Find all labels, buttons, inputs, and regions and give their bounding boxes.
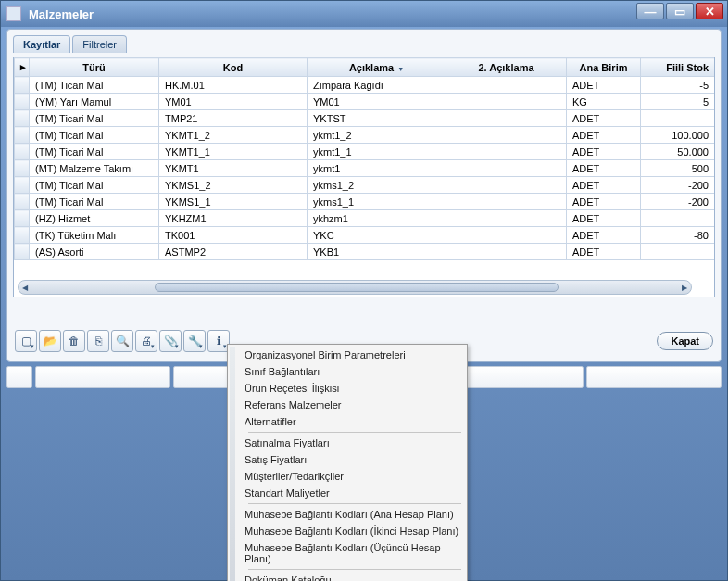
- cell-anabirim: ADET: [567, 244, 641, 260]
- delete-button[interactable]: 🗑: [63, 330, 85, 352]
- cell-kod: YKMS1_2: [159, 177, 308, 194]
- menu-item[interactable]: Müşteriler/Tedarikçiler: [239, 468, 465, 485]
- cell-anabirim: ADET: [567, 160, 641, 177]
- table-row[interactable]: (TM) Ticari MalTMP21YKTSTADET: [15, 110, 715, 127]
- open-button[interactable]: 📂: [39, 330, 61, 352]
- menu-item[interactable]: Ürün Reçetesi İlişkisi: [239, 380, 465, 397]
- table-row[interactable]: (TK) Tüketim MalıTK001YKCADET-80: [15, 227, 715, 244]
- tab-records[interactable]: Kayıtlar: [13, 35, 70, 53]
- table-row[interactable]: (TM) Ticari MalYKMS1_1ykms1_1ADET-200: [15, 194, 715, 210]
- info-icon: ℹ: [217, 335, 221, 347]
- menu-item[interactable]: Muhasebe Bağlantı Kodları (Üçüncü Hesap …: [239, 539, 465, 567]
- menu-item[interactable]: Muhasebe Bağlantı Kodları (İkinci Hesap …: [239, 523, 465, 539]
- row-header[interactable]: [15, 160, 30, 177]
- row-header[interactable]: [15, 227, 30, 244]
- col-aciklama[interactable]: Açıklama▼: [308, 58, 446, 77]
- cell-aciklama2: [446, 194, 567, 210]
- table-row[interactable]: (TM) Ticari MalYKMT1_1ykmt1_1ADET50.000: [15, 144, 715, 160]
- table-row[interactable]: (YM) Yarı MamulYM01YM01KG5: [15, 94, 715, 110]
- cell-aciklama2: [446, 110, 567, 127]
- menu-item[interactable]: Standart Maliyetler: [239, 485, 465, 501]
- table-row[interactable]: (AS) AsortiASTMP2YKB1ADET: [15, 244, 715, 260]
- print-icon: 🖨: [141, 335, 152, 347]
- table-row[interactable]: (TM) Ticari MalYKMT1_2ykmt1_2ADET100.000: [15, 127, 715, 144]
- row-header[interactable]: [15, 127, 30, 144]
- cell-aciklama: ykmt1: [308, 160, 446, 177]
- copy-icon: ⎘: [95, 335, 102, 347]
- status-cell-2: [35, 366, 170, 388]
- menu-separator: [248, 432, 461, 433]
- cell-kod: TK001: [159, 227, 308, 244]
- cell-turu: (HZ) Hizmet: [30, 210, 159, 227]
- menu-item[interactable]: Muhasebe Bağlantı Kodları (Ana Hesap Pla…: [239, 506, 465, 523]
- cell-anabirim: ADET: [567, 144, 641, 160]
- row-header[interactable]: [15, 210, 30, 227]
- menu-gutter: [230, 347, 235, 581]
- col-kod[interactable]: Kod: [159, 58, 308, 77]
- cell-turu: (AS) Asorti: [30, 244, 159, 260]
- cell-aciklama: YKC: [308, 227, 446, 244]
- app-icon: [6, 6, 21, 21]
- new-icon: ▢: [21, 335, 31, 347]
- tab-filters[interactable]: Filtreler: [72, 35, 127, 53]
- col-turu[interactable]: Türü: [30, 58, 159, 77]
- row-header[interactable]: [15, 244, 30, 260]
- tools-button[interactable]: 🔧: [183, 330, 206, 352]
- cell-aciklama: YKB1: [308, 244, 446, 260]
- table-row[interactable]: (MT) Malzeme TakımıYKMT1ykmt1ADET500: [15, 160, 715, 177]
- col-fiilistok[interactable]: Fiili Stok: [641, 58, 715, 77]
- cell-aciklama: ykmt1_1: [308, 144, 446, 160]
- menu-item[interactable]: Satış Fiyatları: [239, 451, 465, 468]
- cell-aciklama: Zımpara Kağıdı: [308, 77, 446, 94]
- table-row[interactable]: (TM) Ticari MalHK.M.01Zımpara KağıdıADET…: [15, 77, 715, 94]
- menu-item[interactable]: Doküman Kataloğu: [239, 572, 465, 581]
- scroll-left-icon[interactable]: ◀: [19, 281, 31, 294]
- cell-aciklama2: [446, 94, 567, 110]
- row-header[interactable]: [15, 177, 30, 194]
- tool-icon: 🔧: [188, 335, 202, 347]
- cell-anabirim: ADET: [567, 227, 641, 244]
- menu-item[interactable]: Satınalma Fiyatları: [239, 435, 465, 451]
- attach-button[interactable]: 📎: [159, 330, 182, 352]
- find-button[interactable]: 🔍: [111, 330, 133, 352]
- menu-item[interactable]: Organizasyonel Birim Parametreleri: [239, 347, 465, 363]
- close-button[interactable]: Kapat: [657, 332, 713, 350]
- cell-stok: -200: [641, 194, 715, 210]
- row-header[interactable]: [15, 94, 30, 110]
- menu-item[interactable]: Alternatifler: [239, 413, 465, 430]
- cell-turu: (TK) Tüketim Malı: [30, 227, 159, 244]
- minimize-button[interactable]: —: [636, 3, 664, 19]
- col-aciklama2[interactable]: 2. Açıklama: [446, 58, 567, 77]
- new-button[interactable]: ▢: [15, 330, 37, 352]
- maximize-button[interactable]: ▭: [666, 3, 694, 19]
- scroll-thumb[interactable]: [155, 283, 559, 292]
- cell-aciklama2: [446, 127, 567, 144]
- scroll-right-icon[interactable]: ▶: [678, 281, 691, 294]
- grid: ▸ Türü Kod Açıklama▼ 2. Açıklama Ana Bir…: [13, 57, 715, 297]
- horizontal-scrollbar[interactable]: ◀ ▶: [18, 280, 692, 295]
- menu-item[interactable]: Referans Malzemeler: [239, 397, 465, 413]
- row-selector-header[interactable]: ▸: [15, 58, 30, 77]
- cell-stok: 100.000: [641, 127, 715, 144]
- row-header[interactable]: [15, 194, 30, 210]
- cell-aciklama2: [446, 160, 567, 177]
- row-header[interactable]: [15, 77, 30, 94]
- copy-button[interactable]: ⎘: [87, 330, 109, 352]
- cell-kod: YM01: [159, 94, 308, 110]
- cell-aciklama: ykms1_2: [308, 177, 446, 194]
- close-window-button[interactable]: ✕: [696, 3, 723, 19]
- open-icon: 📂: [44, 335, 57, 347]
- cell-aciklama2: [446, 144, 567, 160]
- cell-anabirim: ADET: [567, 194, 641, 210]
- col-anabirim[interactable]: Ana Birim: [567, 58, 641, 77]
- table-row[interactable]: (HZ) HizmetYKHZM1ykhzm1ADET: [15, 210, 715, 227]
- delete-icon: 🗑: [69, 335, 80, 347]
- window-buttons: — ▭ ✕: [636, 3, 723, 19]
- row-header[interactable]: [15, 144, 30, 160]
- cell-anabirim: ADET: [567, 110, 641, 127]
- row-header[interactable]: [15, 110, 30, 127]
- table-row[interactable]: (TM) Ticari MalYKMS1_2ykms1_2ADET-200: [15, 177, 715, 194]
- cell-kod: YKMT1_2: [159, 127, 308, 144]
- print-button[interactable]: 🖨: [135, 330, 157, 352]
- menu-item[interactable]: Sınıf Bağlantıları: [239, 363, 465, 380]
